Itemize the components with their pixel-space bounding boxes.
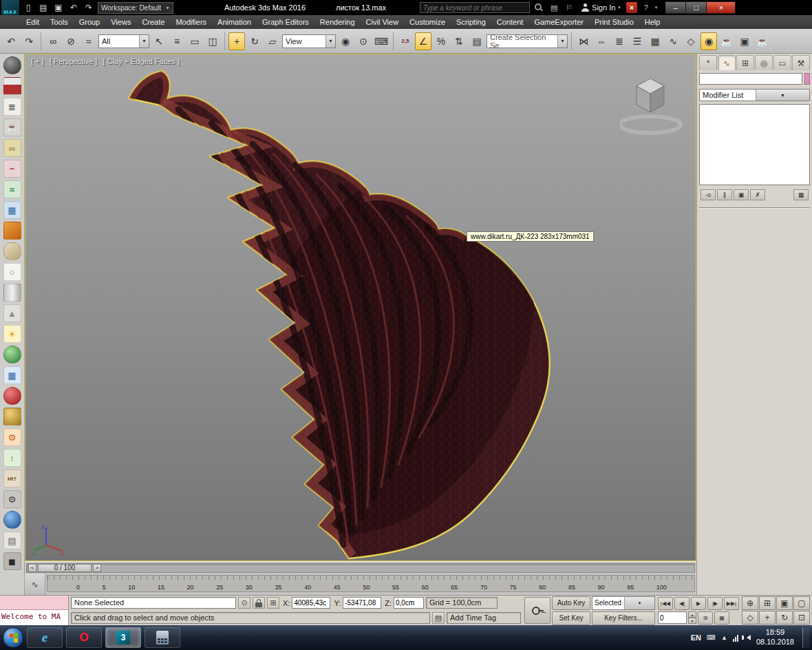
- left-toolbar-icon-cone[interactable]: ▲: [3, 304, 21, 322]
- menu-animation[interactable]: Animation: [212, 15, 257, 29]
- menu-create[interactable]: Create: [136, 15, 170, 29]
- left-toolbar-icon-sphere[interactable]: [3, 56, 21, 74]
- mirror-icon[interactable]: ⋈: [575, 32, 592, 50]
- menu-modifiers[interactable]: Modifiers: [170, 15, 212, 29]
- field-of-view-icon[interactable]: ◇: [742, 611, 758, 625]
- tab-modify-icon[interactable]: ∿: [718, 55, 736, 70]
- left-toolbar-icon-cube[interactable]: ◼: [3, 552, 21, 570]
- tab-utilities-icon[interactable]: ⚒: [792, 55, 810, 70]
- notification-icon[interactable]: ⊙: [238, 597, 250, 609]
- tab-motion-icon[interactable]: ◎: [755, 55, 773, 70]
- left-toolbar-icon-oval[interactable]: [3, 242, 21, 260]
- viewport-menu-shading[interactable]: [ Clay + Edged Faces ]: [103, 57, 180, 65]
- rendered-frame-window-icon[interactable]: ▣: [736, 32, 753, 50]
- z-coordinate-input[interactable]: [394, 597, 424, 609]
- material-editor-icon[interactable]: ◉: [701, 32, 717, 50]
- show-hidden-icons[interactable]: ▲: [721, 634, 727, 641]
- left-toolbar-icon-red-drop[interactable]: [3, 387, 21, 405]
- pin-stack-icon[interactable]: -o: [701, 189, 716, 200]
- search-input[interactable]: [420, 2, 530, 13]
- previous-frame-button[interactable]: ◀|: [674, 597, 690, 610]
- zoom-extents-icon[interactable]: ▣: [776, 596, 793, 610]
- play-button[interactable]: ▶: [691, 597, 706, 610]
- search-icon[interactable]: [533, 2, 545, 13]
- redo-icon[interactable]: ↷: [83, 1, 95, 14]
- menu-group[interactable]: Group: [74, 15, 106, 29]
- communication-icon[interactable]: ▤: [548, 2, 560, 13]
- start-button[interactable]: [3, 627, 23, 648]
- go-to-start-button[interactable]: |◀◀: [658, 597, 673, 610]
- selection-region-icon[interactable]: ▭: [186, 32, 203, 50]
- selection-filter-dropdown[interactable]: All ▼: [98, 34, 149, 48]
- left-toolbar-icon-cylinder[interactable]: [3, 284, 21, 302]
- left-toolbar-icon-sun[interactable]: ☀: [3, 325, 21, 343]
- key-mode-toggle-icon[interactable]: ▦: [714, 611, 729, 625]
- keyboard-layout-icon[interactable]: ⌨: [707, 634, 716, 641]
- next-frame-button[interactable]: |▶: [707, 597, 723, 610]
- selection-lock-icon[interactable]: [253, 597, 265, 609]
- use-pivot-center-icon[interactable]: ◉: [337, 32, 354, 50]
- curve-editor-icon[interactable]: ∿: [665, 32, 681, 50]
- minimize-button[interactable]: –: [665, 1, 686, 14]
- show-end-result-icon[interactable]: ∥: [717, 189, 732, 200]
- taskbar-calculator[interactable]: [145, 627, 180, 648]
- notification-bell-icon[interactable]: ⚐: [563, 2, 575, 13]
- show-desktop-button[interactable]: [802, 627, 809, 648]
- left-toolbar-icon-dark-gear[interactable]: ⚙: [3, 490, 21, 508]
- left-toolbar-icon-waves[interactable]: ≈: [3, 180, 21, 198]
- left-toolbar-icon-orange-square[interactable]: [3, 222, 21, 240]
- menu-help[interactable]: Help: [639, 15, 666, 29]
- volume-icon[interactable]: [744, 635, 751, 640]
- language-indicator[interactable]: EN: [691, 633, 701, 642]
- help-icon[interactable]: ?: [640, 2, 652, 13]
- maxscript-listener-field[interactable]: Welcome to MA: [0, 610, 68, 625]
- menu-views[interactable]: Views: [105, 15, 136, 29]
- reference-coordinate-dropdown[interactable]: View ▼: [282, 34, 336, 48]
- tab-display-icon[interactable]: ▭: [773, 55, 791, 70]
- menu-rendering[interactable]: Rendering: [314, 15, 361, 29]
- time-tag-icon[interactable]: ▤: [432, 612, 445, 624]
- workspace-dropdown[interactable]: Workspace: Default ▼: [98, 2, 173, 14]
- undo-icon[interactable]: ↶: [3, 32, 19, 50]
- restore-button[interactable]: □: [686, 1, 707, 14]
- previous-frame-button[interactable]: <: [28, 564, 36, 572]
- exchange-apps-icon[interactable]: ×: [626, 2, 637, 13]
- left-toolbar-icon-blue-grid[interactable]: ▦: [3, 366, 21, 384]
- viewport-menu-view[interactable]: [ Perspective ]: [50, 57, 98, 65]
- select-and-link-icon[interactable]: ∞: [45, 32, 61, 50]
- render-production-icon[interactable]: ☕: [754, 32, 771, 50]
- taskbar-internet-explorer[interactable]: e: [27, 627, 63, 648]
- ribbon-toggle-icon[interactable]: ▦: [647, 32, 663, 50]
- taskbar-clock[interactable]: 18:59 08.10.2018: [756, 628, 794, 647]
- open-folder-icon[interactable]: ▤: [37, 1, 50, 14]
- left-toolbar-icon-orange-gear[interactable]: ⚙: [3, 428, 21, 446]
- zoom-all-icon[interactable]: ⊞: [759, 596, 776, 610]
- left-toolbar-icon-green-sphere[interactable]: [3, 346, 21, 364]
- select-and-rotate-icon[interactable]: ↻: [246, 32, 263, 50]
- taskbar-3ds-max[interactable]: 3: [105, 627, 141, 648]
- time-configuration-icon[interactable]: ⊞: [698, 611, 713, 625]
- key-filters-button[interactable]: Key Filters...: [592, 611, 655, 625]
- selected-set-dropdown[interactable]: Selected ▼: [592, 596, 655, 610]
- layer-manager-icon[interactable]: ≣: [611, 32, 628, 50]
- network-icon[interactable]: [733, 634, 738, 642]
- frame-spinner[interactable]: ▲ ▼: [688, 611, 696, 624]
- named-selection-set-dropdown[interactable]: Create Selection Se ▼: [487, 34, 568, 48]
- spinner-up-icon[interactable]: ▲: [688, 611, 696, 618]
- left-toolbar-icon-chain[interactable]: ∞: [3, 139, 21, 157]
- menu-edit[interactable]: Edit: [21, 15, 45, 29]
- menu-civil-view[interactable]: Civil View: [361, 15, 404, 29]
- select-object-icon[interactable]: ↖: [151, 32, 167, 50]
- undo-icon[interactable]: ↶: [67, 1, 80, 14]
- schematic-view-icon[interactable]: ◇: [683, 32, 699, 50]
- left-toolbar-icon-gold-pot[interactable]: [3, 408, 21, 426]
- time-slider-track[interactable]: < 0 / 100 >: [26, 563, 695, 573]
- maximize-viewport-icon[interactable]: ⊡: [793, 611, 810, 625]
- orbit-icon[interactable]: ↻: [776, 611, 793, 625]
- left-toolbar-icon-circle[interactable]: ○: [3, 263, 21, 281]
- unlink-selection-icon[interactable]: ⊘: [63, 32, 79, 50]
- left-toolbar-icon-material-red[interactable]: [3, 77, 21, 95]
- set-key-button[interactable]: Set Key: [552, 611, 590, 625]
- tab-hierarchy-icon[interactable]: ⊞: [736, 55, 754, 70]
- remove-modifier-icon[interactable]: ✗: [750, 189, 765, 200]
